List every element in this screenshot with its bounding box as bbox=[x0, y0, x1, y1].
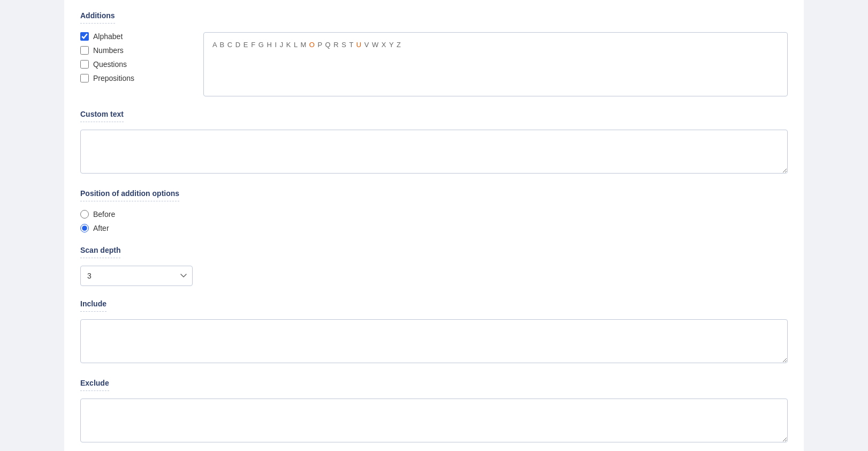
additions-checkbox-list: Alphabet Numbers Questions Prepositions bbox=[80, 32, 187, 82]
checkbox-prepositions-input[interactable] bbox=[80, 74, 89, 82]
checkbox-alphabet[interactable]: Alphabet bbox=[80, 32, 187, 41]
checkbox-numbers-input[interactable] bbox=[80, 46, 89, 55]
alphabet-preview-text: A B C D E F G H I J K L M O P Q R S T U … bbox=[212, 40, 401, 50]
alphabet-u: U bbox=[356, 41, 362, 49]
custom-text-title: Custom text bbox=[80, 110, 124, 122]
include-input[interactable] bbox=[80, 319, 788, 363]
additions-title: Additions bbox=[80, 11, 115, 24]
custom-text-input[interactable] bbox=[80, 130, 788, 174]
custom-text-section: Custom text bbox=[80, 109, 788, 176]
checkbox-alphabet-input[interactable] bbox=[80, 32, 89, 41]
scan-depth-select[interactable]: 1 2 3 4 5 bbox=[80, 266, 193, 286]
radio-before-label: Before bbox=[93, 210, 115, 219]
checkbox-questions[interactable]: Questions bbox=[80, 60, 187, 69]
exclude-section: Exclude bbox=[80, 378, 788, 445]
scan-depth-section: Scan depth 1 2 3 4 5 bbox=[80, 245, 788, 286]
scan-depth-title: Scan depth bbox=[80, 246, 120, 258]
alphabet-preview: A B C D E F G H I J K L M O P Q R S T U … bbox=[203, 32, 788, 96]
radio-before-input[interactable] bbox=[80, 210, 89, 219]
exclude-title: Exclude bbox=[80, 379, 109, 391]
exclude-input[interactable] bbox=[80, 399, 788, 442]
radio-before[interactable]: Before bbox=[80, 210, 788, 219]
main-content: Additions Alphabet Numbers Questions Pre… bbox=[64, 0, 804, 451]
radio-after-label: After bbox=[93, 224, 109, 232]
checkbox-prepositions-label: Prepositions bbox=[93, 74, 134, 82]
position-radio-group: Before After bbox=[80, 210, 788, 232]
include-title: Include bbox=[80, 299, 106, 312]
checkbox-questions-input[interactable] bbox=[80, 60, 89, 69]
include-section: Include bbox=[80, 299, 788, 365]
radio-after[interactable]: After bbox=[80, 224, 788, 232]
additions-row: Alphabet Numbers Questions Prepositions bbox=[80, 26, 788, 96]
checkbox-numbers[interactable]: Numbers bbox=[80, 46, 187, 55]
checkbox-numbers-label: Numbers bbox=[93, 46, 124, 55]
position-section: Position of addition options Before Afte… bbox=[80, 189, 788, 232]
radio-after-input[interactable] bbox=[80, 224, 89, 232]
checkbox-questions-label: Questions bbox=[93, 60, 127, 69]
position-title: Position of addition options bbox=[80, 189, 179, 201]
checkbox-alphabet-label: Alphabet bbox=[93, 32, 123, 41]
scan-depth-wrapper: 1 2 3 4 5 bbox=[80, 266, 788, 286]
alphabet-o: O bbox=[309, 41, 315, 49]
right-sidebar bbox=[804, 0, 868, 451]
additions-section: Additions Alphabet Numbers Questions Pre… bbox=[80, 11, 788, 96]
checkbox-prepositions[interactable]: Prepositions bbox=[80, 74, 187, 82]
left-sidebar bbox=[0, 0, 64, 451]
